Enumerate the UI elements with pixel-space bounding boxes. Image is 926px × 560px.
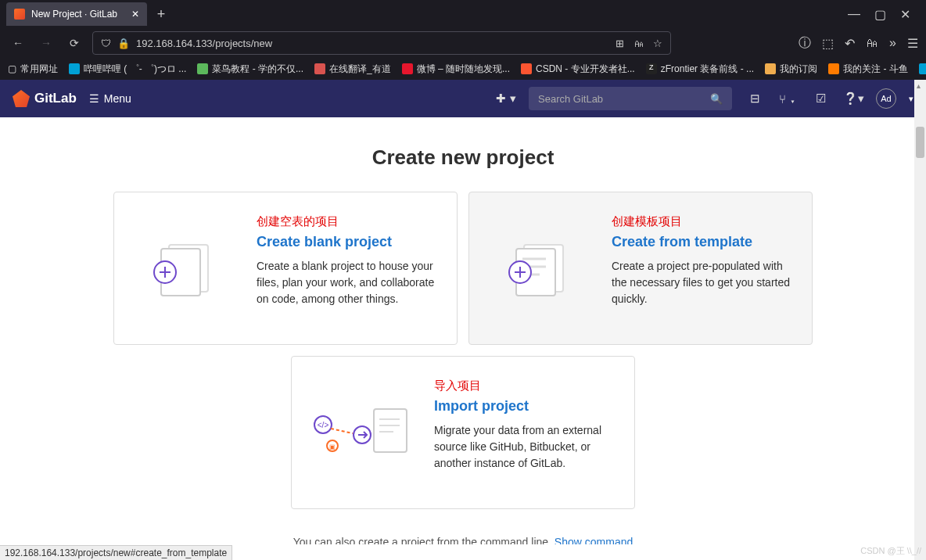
reload-icon[interactable]: ⟳: [64, 37, 84, 49]
page-content: Create new project 创建空表的项目 Create blank …: [0, 117, 926, 544]
card-from-template[interactable]: 创建模板项目 Create from template Create a pro…: [468, 192, 813, 345]
site-icon: [314, 63, 325, 74]
site-icon: [402, 63, 413, 74]
scroll-thumb[interactable]: [916, 127, 924, 158]
close-icon[interactable]: ✕: [131, 9, 139, 20]
star-icon[interactable]: ☆: [653, 38, 662, 49]
user-avatar[interactable]: Ad: [876, 88, 896, 109]
extension-icon[interactable]: ⬚: [822, 36, 834, 51]
overflow-icon[interactable]: »: [889, 36, 896, 50]
gitlab-logo[interactable]: GitLab: [13, 90, 77, 107]
chevron-down-icon[interactable]: ▾: [909, 94, 913, 104]
shield-icon: 🛡: [101, 38, 111, 49]
bookmark-subscribe[interactable]: 我的订阅: [765, 63, 817, 76]
watermark: CSDN @王 \\_//: [860, 545, 921, 557]
url-bar[interactable]: 🛡 🔒 192.168.164.133/projects/new ⊞ 🗛 ☆: [92, 31, 671, 55]
svg-line-20: [331, 429, 353, 433]
site-icon: [197, 63, 208, 74]
search-icon: 🔍: [710, 93, 723, 105]
template-icon: [485, 214, 594, 322]
svg-text:▣: ▣: [329, 443, 336, 451]
card-description: Create a blank project to house your fil…: [257, 258, 435, 307]
bookmark-youdao[interactable]: 在线翻译_有道: [314, 63, 391, 76]
translate2-icon[interactable]: 🗛: [866, 36, 878, 50]
bookmark-weibo[interactable]: 微博 – 随时随地发现...: [402, 63, 510, 76]
site-icon: [69, 63, 80, 74]
translate-icon[interactable]: 🗛: [633, 38, 644, 49]
card-blank-project[interactable]: 创建空表的项目 Create blank project Create a bl…: [113, 192, 458, 345]
hamburger-icon[interactable]: ☰: [907, 36, 918, 51]
bookmark-csdn[interactable]: CSDN - 专业开发者社...: [521, 63, 635, 76]
site-icon: [828, 63, 839, 74]
bookmark-runoob[interactable]: 菜鸟教程 - 学的不仅...: [197, 63, 303, 76]
status-bar: 192.168.164.133/projects/new#create_from…: [0, 545, 232, 560]
footer-text: You can also create a project from the c…: [0, 536, 926, 544]
site-icon: [521, 63, 532, 74]
card-description: Create a project pre-populated with the …: [612, 258, 790, 307]
card-title: Import project: [434, 398, 612, 415]
gitlab-header: GitLab ☰ Menu ✚ ▾ Search GitLab 🔍 ⊟ ⑂ ▾ …: [0, 80, 926, 117]
bookmarks-bar: ▢常用网址 哔哩哔哩 ( ゜- ゜)つロ ... 菜鸟教程 - 学的不仅... …: [0, 58, 926, 80]
search-input[interactable]: Search GitLab 🔍: [529, 87, 732, 110]
annotation: 导入项目: [434, 379, 612, 393]
card-title: Create from template: [612, 234, 790, 250]
bookmark-bilibili[interactable]: 哔哩哔哩 ( ゜- ゜)つロ ...: [69, 63, 186, 76]
folder-icon: ▢: [8, 63, 16, 74]
close-window-icon[interactable]: ✕: [900, 7, 910, 22]
nav-bar: ← → ⟳ 🛡 🔒 192.168.164.133/projects/new ⊞…: [0, 28, 926, 58]
site-icon: [919, 63, 926, 74]
browser-tab[interactable]: New Project · GitLab ✕: [6, 2, 147, 26]
scrollbar[interactable]: ▴: [914, 80, 926, 560]
gitlab-favicon-icon: [14, 9, 25, 20]
issues-icon[interactable]: ⊟: [745, 92, 765, 106]
info-icon[interactable]: ⓘ: [799, 35, 811, 52]
blank-project-icon: [130, 214, 239, 322]
maximize-icon[interactable]: ▢: [874, 7, 886, 22]
site-icon: [765, 63, 776, 74]
svg-text:</>: </>: [318, 421, 329, 429]
annotation: 创建空表的项目: [257, 214, 435, 229]
back-icon[interactable]: ←: [8, 37, 28, 49]
forward-icon[interactable]: →: [36, 37, 56, 49]
tab-title: New Project · GitLab: [31, 9, 117, 20]
url-text: 192.168.164.133/projects/new: [136, 38, 272, 49]
qr-icon[interactable]: ⊞: [616, 38, 624, 49]
page-title: Create new project: [0, 145, 926, 170]
todos-icon[interactable]: ☑: [810, 92, 831, 106]
merge-requests-icon[interactable]: ⑂ ▾: [777, 92, 798, 106]
hamburger-icon: ☰: [89, 92, 99, 105]
bookmark-linux[interactable]: 【Linux三剑客】下架...: [919, 63, 926, 76]
lock-icon: 🔒: [117, 38, 130, 49]
scroll-up-icon[interactable]: ▴: [917, 81, 921, 90]
tab-bar: New Project · GitLab ✕ + — ▢ ✕: [0, 0, 926, 28]
gitlab-logo-icon: [13, 90, 30, 107]
new-tab-button[interactable]: +: [150, 3, 172, 25]
menu-button[interactable]: ☰ Menu: [89, 92, 131, 105]
site-icon: Z: [646, 63, 657, 74]
svg-rect-13: [374, 409, 407, 452]
card-description: Migrate your data from an external sourc…: [434, 422, 612, 472]
help-icon[interactable]: ❔▾: [843, 92, 863, 106]
bookmark-douyu[interactable]: 我的关注 - 斗鱼: [828, 63, 908, 76]
undo-icon[interactable]: ↶: [845, 36, 855, 51]
card-import-project[interactable]: </>▣ 导入项目 Import project Migrate your da…: [291, 356, 635, 509]
annotation: 创建模板项目: [612, 214, 790, 229]
import-icon: </>▣: [307, 379, 417, 486]
minimize-icon[interactable]: —: [848, 7, 860, 22]
bookmark-folder[interactable]: ▢常用网址: [8, 63, 58, 76]
bookmark-zfrontier[interactable]: ZzFrontier 装备前线 - ...: [646, 63, 754, 76]
show-command-link[interactable]: Show command: [555, 536, 633, 544]
card-title: Create blank project: [257, 234, 435, 250]
plus-dropdown[interactable]: ✚ ▾: [496, 92, 516, 106]
